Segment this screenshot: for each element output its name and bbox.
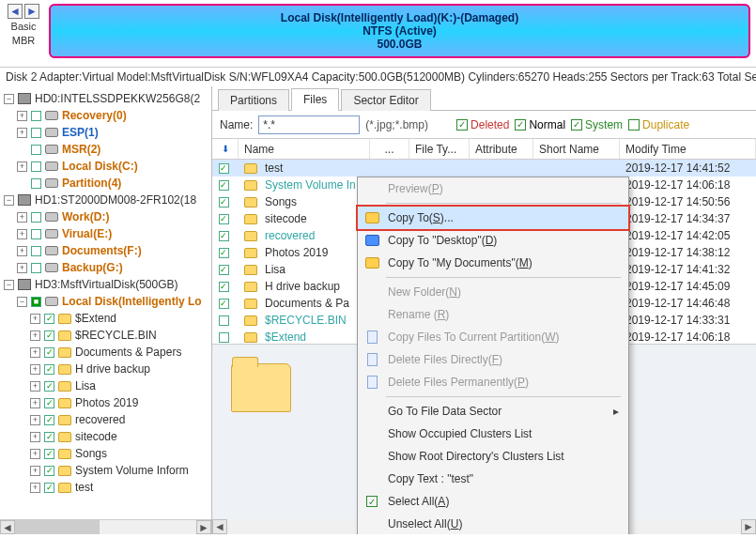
ctx-copy-current[interactable]: Copy Files To Current Partition(W) bbox=[358, 326, 628, 348]
tree-item[interactable]: Local Disk(Intelligently Lo bbox=[62, 295, 202, 308]
ctx-copy-mydocs[interactable]: Copy To "My Documents"(M) bbox=[358, 252, 628, 274]
row-checkbox[interactable]: ✓ bbox=[219, 299, 229, 309]
col-select[interactable]: ⬇ bbox=[212, 139, 239, 159]
tree-folder[interactable]: $RECYCLE.BIN bbox=[75, 329, 157, 342]
row-checkbox[interactable]: ✓ bbox=[219, 231, 229, 241]
tree-item[interactable]: Virual(E:) bbox=[62, 227, 112, 240]
ctx-copy-to[interactable]: Copy To(S)... bbox=[358, 207, 628, 229]
expand-icon[interactable]: + bbox=[30, 483, 40, 493]
expand-icon[interactable]: + bbox=[17, 161, 27, 172]
scroll-right-icon[interactable]: ► bbox=[741, 519, 756, 534]
checkbox-icon[interactable]: ✓ bbox=[44, 364, 54, 375]
ctx-select-all[interactable]: ✓Select All(A) bbox=[358, 490, 628, 513]
tree-item[interactable]: Documents(F:) bbox=[62, 244, 142, 257]
tree-folder[interactable]: Documents & Papers bbox=[75, 346, 181, 359]
ctx-delete-direct[interactable]: Delete Files Directly(F) bbox=[358, 348, 628, 371]
tree-item[interactable]: ESP(1) bbox=[62, 126, 99, 139]
ctx-copy-desktop[interactable]: Copy To "Desktop"(D) bbox=[358, 229, 628, 252]
ctx-new-folder[interactable]: New Folder(N) bbox=[358, 281, 628, 303]
tree-hd1[interactable]: HD1:ST2000DM008-2FR102(18 bbox=[35, 193, 196, 207]
checkbox-icon[interactable]: ✓ bbox=[44, 466, 54, 476]
filter-normal-checkbox[interactable]: ✓ bbox=[515, 119, 526, 131]
ctx-unselect-all[interactable]: Unselect All(U) bbox=[358, 513, 628, 534]
ctx-goto-sector[interactable]: Go To File Data Sector▸ bbox=[358, 400, 628, 423]
expand-icon[interactable]: + bbox=[30, 449, 40, 459]
ctx-preview[interactable]: Preview(P) bbox=[358, 177, 628, 200]
checkbox-icon[interactable] bbox=[31, 178, 41, 189]
expand-icon[interactable]: + bbox=[17, 263, 27, 273]
collapse-icon[interactable]: − bbox=[4, 280, 14, 290]
checkbox-icon[interactable]: ✓ bbox=[44, 381, 54, 392]
checkbox-icon[interactable] bbox=[31, 263, 41, 273]
tree-folder[interactable]: $Extend bbox=[75, 312, 116, 325]
col-modifytime[interactable]: Modify Time bbox=[620, 139, 756, 159]
scroll-left-icon[interactable]: ◄ bbox=[0, 520, 15, 534]
checkbox-icon[interactable] bbox=[31, 145, 41, 155]
checkbox-icon[interactable]: ■ bbox=[31, 297, 41, 307]
expand-icon[interactable]: + bbox=[17, 229, 27, 239]
expand-icon[interactable]: + bbox=[30, 466, 40, 476]
filter-duplicate-checkbox[interactable] bbox=[628, 119, 640, 131]
row-checkbox[interactable]: ✓ bbox=[219, 282, 229, 292]
expand-icon[interactable]: + bbox=[30, 381, 40, 392]
scroll-left-icon[interactable]: ◄ bbox=[212, 519, 227, 534]
expand-icon[interactable]: + bbox=[30, 347, 40, 358]
row-checkbox[interactable] bbox=[219, 315, 229, 326]
col-name[interactable]: Name bbox=[239, 139, 370, 159]
row-checkbox[interactable]: ✓ bbox=[219, 248, 229, 258]
tree-folder[interactable]: Lisa bbox=[75, 379, 96, 392]
checkbox-icon[interactable]: ✓ bbox=[44, 483, 54, 493]
filter-name-input[interactable] bbox=[258, 115, 360, 134]
ctx-rename[interactable]: Rename (R) bbox=[358, 303, 628, 326]
disk-tree[interactable]: −HD0:INTELSSDPEKKW256G8(2 +Recovery(0) +… bbox=[0, 86, 212, 534]
tree-folder[interactable]: test bbox=[75, 481, 93, 494]
checkbox-icon[interactable]: ✓ bbox=[44, 347, 54, 358]
row-checkbox[interactable]: ✓ bbox=[219, 265, 229, 275]
collapse-icon[interactable]: − bbox=[4, 195, 14, 206]
filter-system-checkbox[interactable]: ✓ bbox=[571, 119, 582, 131]
checkbox-icon[interactable] bbox=[31, 212, 41, 223]
checkbox-icon[interactable] bbox=[31, 246, 41, 256]
expand-icon[interactable]: + bbox=[17, 128, 27, 138]
tree-folder[interactable]: recovered bbox=[75, 413, 125, 426]
partition-banner[interactable]: Local Disk(Intelligently Load)(K:)-(Dama… bbox=[49, 4, 750, 58]
tree-item[interactable]: Recovery(0) bbox=[62, 109, 127, 122]
expand-icon[interactable]: + bbox=[17, 111, 27, 121]
expand-icon[interactable]: + bbox=[30, 314, 40, 324]
row-checkbox[interactable] bbox=[219, 332, 229, 343]
tree-item[interactable]: Work(D:) bbox=[62, 210, 109, 223]
expand-icon[interactable]: + bbox=[17, 246, 27, 256]
tree-item[interactable]: Local Disk(C:) bbox=[62, 160, 138, 173]
checkbox-icon[interactable] bbox=[31, 111, 41, 121]
tree-folder[interactable]: System Volume Inform bbox=[75, 464, 189, 477]
tree-folder[interactable]: H drive backup bbox=[75, 362, 150, 376]
checkbox-icon[interactable] bbox=[31, 229, 41, 239]
checkbox-icon[interactable]: ✓ bbox=[44, 314, 54, 324]
col-ext[interactable]: ... bbox=[370, 139, 409, 159]
tree-item[interactable]: MSR(2) bbox=[62, 143, 100, 156]
tree-item[interactable]: Backup(G:) bbox=[62, 261, 123, 274]
col-filetype[interactable]: File Ty... bbox=[409, 139, 470, 159]
expand-icon[interactable]: + bbox=[30, 364, 40, 375]
tab-partitions[interactable]: Partitions bbox=[218, 89, 289, 111]
tree-folder[interactable]: Songs bbox=[75, 447, 107, 460]
tree-folder[interactable]: sitecode bbox=[75, 430, 117, 443]
tree-hscroll[interactable]: ◄ ► bbox=[0, 519, 211, 534]
expand-icon[interactable]: + bbox=[30, 432, 40, 442]
nav-forward-button[interactable]: ► bbox=[24, 4, 39, 19]
row-checkbox[interactable]: ✓ bbox=[219, 214, 229, 224]
ctx-copy-text[interactable]: Copy Text : "test" bbox=[358, 468, 628, 490]
tab-sector-editor[interactable]: Sector Editor bbox=[341, 89, 430, 111]
file-row[interactable]: ✓test2019-12-17 14:41:52 bbox=[212, 160, 756, 177]
col-shortname[interactable]: Short Name bbox=[533, 139, 620, 159]
checkbox-icon[interactable] bbox=[31, 161, 41, 172]
ctx-occupied-clusters[interactable]: Show Occupied Clusters List bbox=[358, 423, 628, 445]
tree-folder[interactable]: Photos 2019 bbox=[75, 396, 138, 409]
expand-icon[interactable]: + bbox=[30, 398, 40, 408]
filter-deleted-checkbox[interactable]: ✓ bbox=[456, 119, 468, 131]
tree-hd0[interactable]: HD0:INTELSSDPEKKW256G8(2 bbox=[35, 92, 200, 105]
nav-back-button[interactable]: ◄ bbox=[8, 4, 23, 19]
row-checkbox[interactable]: ✓ bbox=[219, 197, 229, 208]
checkbox-icon[interactable]: ✓ bbox=[44, 330, 54, 341]
tab-files[interactable]: Files bbox=[291, 88, 339, 111]
